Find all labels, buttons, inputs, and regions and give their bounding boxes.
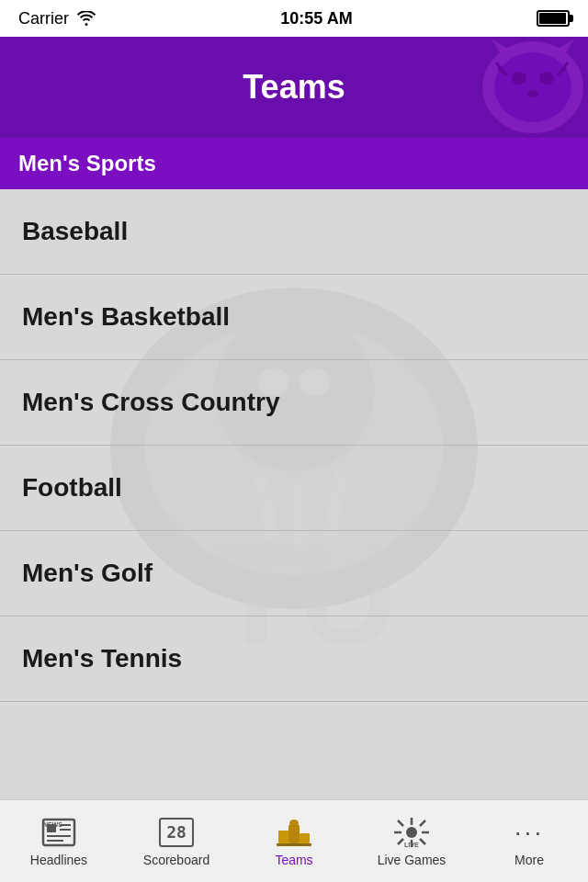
svg-line-39 bbox=[398, 820, 403, 826]
svg-point-5 bbox=[539, 72, 554, 85]
scoreboard-icon: 28 bbox=[157, 816, 196, 849]
page-title: Teams bbox=[243, 68, 345, 107]
svg-rect-32 bbox=[277, 843, 311, 846]
tab-more-label: More bbox=[514, 853, 544, 867]
svg-text:LIVE: LIVE bbox=[404, 842, 419, 848]
svg-point-1 bbox=[494, 52, 571, 122]
header-tiger-icon bbox=[441, 37, 588, 138]
tab-more[interactable]: ··· More bbox=[470, 800, 588, 882]
list-item[interactable]: Men's Golf bbox=[0, 531, 588, 616]
carrier-label: Carrier bbox=[18, 9, 69, 28]
status-bar: Carrier 10:55 AM bbox=[0, 0, 588, 37]
tab-teams-label: Teams bbox=[275, 853, 312, 867]
sport-name: Men's Tennis bbox=[22, 644, 182, 673]
svg-text:NEWS: NEWS bbox=[43, 821, 62, 828]
svg-line-40 bbox=[420, 839, 425, 844]
tab-headlines-label: Headlines bbox=[30, 853, 87, 867]
status-bar-right bbox=[537, 10, 570, 27]
sport-name: Men's Golf bbox=[22, 559, 153, 587]
section-header-label: Men's Sports bbox=[18, 151, 156, 175]
more-dots-icon: ··· bbox=[514, 818, 544, 847]
battery-icon bbox=[537, 10, 570, 27]
sport-name: Baseball bbox=[22, 217, 128, 245]
svg-point-43 bbox=[406, 827, 417, 838]
list-item[interactable]: Men's Tennis bbox=[0, 616, 588, 702]
tab-bar: NEWS Headlines 28 Scoreboard Teams bbox=[0, 799, 588, 882]
page-header: Teams bbox=[0, 37, 588, 138]
news-icon: NEWS bbox=[41, 818, 76, 847]
sports-list: BaseballMen's BasketballMen's Cross Coun… bbox=[0, 189, 588, 702]
sport-name: Men's Basketball bbox=[22, 302, 230, 331]
teams-podium-icon bbox=[275, 816, 313, 849]
svg-line-42 bbox=[398, 839, 403, 844]
list-item[interactable]: Men's Basketball bbox=[0, 275, 588, 360]
more-icon: ··· bbox=[510, 816, 548, 849]
live-games-icon: LIVE bbox=[392, 816, 431, 849]
svg-line-41 bbox=[420, 820, 425, 826]
status-bar-time: 10:55 AM bbox=[280, 9, 352, 28]
svg-point-6 bbox=[527, 90, 538, 97]
main-content: Teams Men's S bbox=[0, 37, 588, 799]
wifi-icon bbox=[76, 11, 96, 26]
section-header: Men's Sports bbox=[0, 138, 588, 189]
tab-scoreboard-label: Scoreboard bbox=[143, 853, 209, 867]
headlines-icon: NEWS bbox=[40, 816, 78, 849]
podium-svg bbox=[275, 818, 313, 847]
tab-scoreboard[interactable]: 28 Scoreboard bbox=[118, 800, 235, 882]
tab-live-games-label: Live Games bbox=[378, 853, 447, 867]
status-bar-left: Carrier bbox=[18, 9, 96, 28]
svg-rect-29 bbox=[288, 825, 300, 843]
sport-name: Football bbox=[22, 473, 122, 502]
list-item[interactable]: Baseball bbox=[0, 189, 588, 275]
tab-headlines[interactable]: NEWS Headlines bbox=[0, 800, 118, 882]
svg-point-4 bbox=[512, 72, 526, 85]
svg-rect-31 bbox=[300, 833, 310, 843]
score-box-icon: 28 bbox=[159, 818, 194, 847]
tab-teams[interactable]: Teams bbox=[235, 800, 353, 882]
live-icon-svg: LIVE bbox=[392, 816, 431, 849]
sports-list-container: TU BaseballMen's BasketballMen's Cross C… bbox=[0, 189, 588, 799]
tab-live-games[interactable]: LIVE Live Games bbox=[353, 800, 470, 882]
sport-name: Men's Cross Country bbox=[22, 388, 279, 416]
list-item[interactable]: Football bbox=[0, 446, 588, 531]
svg-rect-34 bbox=[292, 823, 296, 826]
svg-rect-30 bbox=[278, 831, 288, 843]
list-item[interactable]: Men's Cross Country bbox=[0, 360, 588, 446]
